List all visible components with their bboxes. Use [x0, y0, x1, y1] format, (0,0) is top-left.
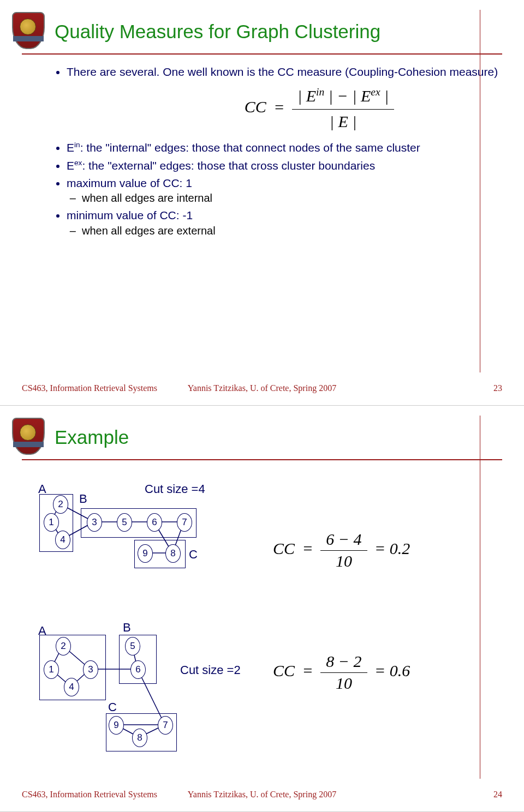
slide-title: Example [55, 417, 508, 455]
node-9: 9 [109, 716, 124, 735]
equals-sign: = [270, 98, 288, 116]
bullet: There are several. One well known is the… [67, 64, 508, 80]
sub-bullet: when all edges are external [82, 224, 508, 238]
denominator: | E | [292, 110, 394, 133]
node-8: 8 [165, 544, 181, 563]
diagram-1: A B C 1 2 4 3 5 6 7 8 9 Cut size =4 CC =… [16, 466, 508, 580]
node-4: 4 [64, 678, 79, 696]
edges-svg [16, 613, 246, 755]
slide-2: Example A B C 1 2 4 3 5 6 7 8 9 Cut si [0, 406, 524, 812]
numerator: | Ein | − | Eex | [292, 85, 394, 110]
node-6: 6 [130, 660, 146, 679]
title-rule [22, 53, 502, 55]
bullet-text: There are several. One well known is the… [67, 65, 498, 78]
cc-calc-2: CC = 8 − 2 10 = 0.6 [273, 652, 410, 693]
footer-page: 23 [493, 383, 502, 393]
sub-bullet: when all edges are internal [82, 191, 508, 206]
slide-1: Quality Measures for Graph Clustering Th… [0, 0, 524, 406]
f-lhs: CC [245, 98, 266, 116]
fraction: | Ein | − | Eex | | E | [292, 85, 394, 133]
bullet: Eex: the "external" edges: those that cr… [67, 158, 508, 173]
bullet: maximum value of CC: 1 when all edges ar… [67, 176, 508, 206]
slide-title: Quality Measures for Graph Clustering [55, 11, 508, 49]
node-7: 7 [158, 716, 173, 735]
node-1: 1 [44, 660, 59, 679]
node-5: 5 [117, 513, 132, 532]
slide-footer: CS463, Information Retrieval Systems Yan… [22, 790, 502, 799]
node-5: 5 [125, 637, 140, 655]
university-logo [12, 12, 43, 47]
slide-body: There are several. One well known is the… [55, 64, 508, 238]
university-logo [12, 418, 43, 453]
footer-page: 24 [493, 790, 502, 799]
node-7: 7 [177, 513, 192, 532]
slide-footer: CS463, Information Retrieval Systems Yan… [22, 383, 502, 393]
node-2: 2 [53, 495, 68, 514]
footer-left: CS463, Information Retrieval Systems [22, 790, 157, 799]
node-8: 8 [132, 729, 147, 747]
node-9: 9 [138, 544, 153, 563]
node-1: 1 [44, 513, 59, 532]
cc-formula: CC = | Ein | − | Eex | | E | [131, 85, 508, 133]
title-rule [22, 459, 502, 460]
node-2: 2 [56, 637, 71, 655]
node-6: 6 [147, 513, 162, 532]
node-3: 3 [87, 513, 102, 532]
node-4: 4 [55, 531, 70, 549]
bullet: Ein: the "internal" edges: those that co… [67, 140, 508, 155]
diagram-2: A B C 1 2 4 3 5 6 7 8 9 Cut size =2 CC =… [16, 613, 508, 755]
decor-vline [480, 10, 480, 372]
cc-calc-1: CC = 6 − 4 10 = 0.2 [273, 530, 410, 570]
node-3: 3 [83, 660, 98, 679]
bullet: minimum value of CC: -1 when all edges a… [67, 208, 508, 238]
footer-left: CS463, Information Retrieval Systems [22, 383, 157, 393]
